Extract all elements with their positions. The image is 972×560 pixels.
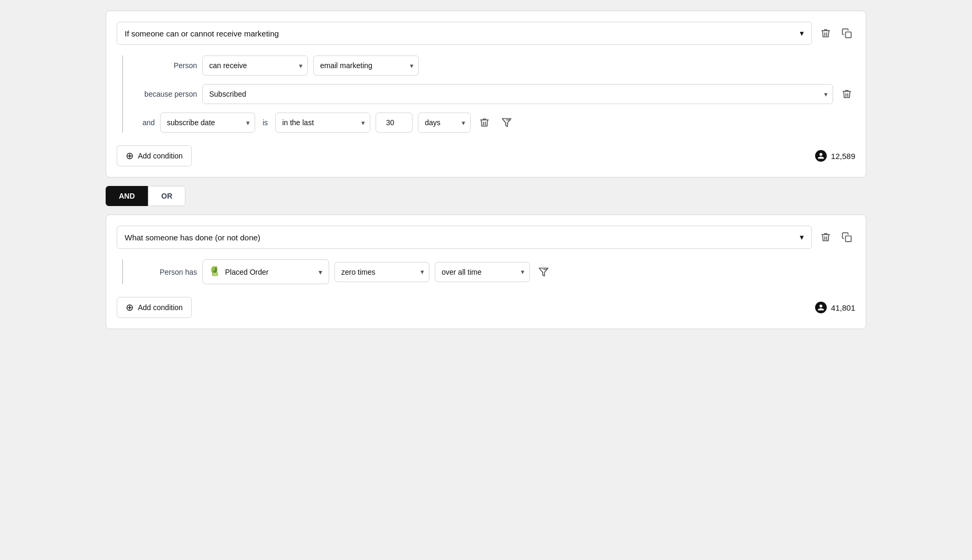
block2-header-dropdown[interactable]: What someone has done (or not done) ▾: [117, 226, 812, 249]
block2-add-condition-icon: ⊕: [126, 302, 134, 313]
block1-header-chevron: ▾: [800, 29, 804, 38]
block1-header: If someone can or cannot receive marketi…: [117, 22, 855, 45]
placed-order-chevron: ▾: [319, 268, 322, 276]
days-number-input[interactable]: [376, 113, 413, 133]
block1-add-condition-icon: ⊕: [126, 150, 134, 162]
svg-rect-3: [846, 236, 852, 242]
or-button[interactable]: OR: [148, 186, 185, 206]
block1-delete-button[interactable]: [817, 25, 834, 42]
block2-footer: ⊕ Add condition 41,801: [117, 297, 855, 318]
and-or-row: AND OR: [106, 186, 866, 206]
and-label: and: [134, 118, 155, 127]
block2-header: What someone has done (or not done) ▾: [117, 226, 855, 249]
block2-count: 41,801: [831, 303, 855, 312]
in-the-last-wrapper: in the last before after on ▾: [275, 113, 370, 133]
over-all-time-select[interactable]: over all time in the last before after: [435, 262, 530, 282]
marketing-condition-block: If someone can or cannot receive marketi…: [106, 11, 866, 178]
and-button[interactable]: AND: [106, 186, 148, 206]
subscribe-date-wrapper: subscribe date unsubscribe date ▾: [160, 113, 255, 133]
block1-copy-button[interactable]: [838, 25, 855, 42]
shopify-icon: [209, 265, 221, 278]
person-row: Person can receive cannot receive ▾ emai…: [134, 55, 855, 76]
zero-times-select[interactable]: zero times at least once exactly more th…: [334, 262, 429, 282]
person-label: Person: [134, 61, 197, 70]
because-person-row: because person Subscribed Unsubscribed N…: [134, 84, 855, 104]
block2-actions: [817, 229, 855, 246]
block2-header-label: What someone has done (or not done): [125, 233, 260, 242]
subscribed-select[interactable]: Subscribed Unsubscribed Never Subscribed: [202, 84, 833, 104]
block2-count-icon: [815, 302, 827, 313]
days-wrapper: days weeks months years ▾: [418, 113, 471, 133]
block2-count-display: 41,801: [815, 302, 855, 313]
block1-add-condition-button[interactable]: ⊕ Add condition: [117, 145, 192, 166]
and-row: and subscribe date unsubscribe date ▾ is…: [134, 113, 855, 133]
because-person-label: because person: [134, 90, 197, 98]
and-filter-button[interactable]: [498, 114, 515, 131]
email-marketing-wrapper: email marketing SMS marketing ▾: [313, 55, 419, 76]
svg-rect-0: [846, 32, 852, 38]
over-all-time-wrapper: over all time in the last before after ▾: [435, 262, 530, 282]
block1-header-dropdown[interactable]: If someone can or cannot receive marketi…: [117, 22, 812, 45]
placed-order-label: Placed Order: [225, 268, 268, 276]
block1-conditions: Person can receive cannot receive ▾ emai…: [122, 55, 855, 133]
because-delete-button[interactable]: [838, 86, 855, 102]
subscribe-date-select[interactable]: subscribe date unsubscribe date: [160, 113, 255, 133]
block1-count: 12,589: [831, 152, 855, 161]
person-has-label: Person has: [134, 268, 197, 276]
person-has-row: Person has Placed Order ▾: [134, 259, 855, 284]
block1-footer: ⊕ Add condition 12,589: [117, 145, 855, 166]
block1-count-icon: [815, 150, 827, 162]
block2-conditions: Person has Placed Order ▾: [122, 259, 855, 284]
block1-add-condition-label: Add condition: [138, 152, 183, 160]
block2-add-condition-button[interactable]: ⊕ Add condition: [117, 297, 192, 318]
block2-header-chevron: ▾: [800, 232, 804, 242]
person-has-filter-button[interactable]: [535, 264, 552, 281]
can-receive-wrapper: can receive cannot receive ▾: [202, 55, 308, 76]
block2-copy-button[interactable]: [838, 229, 855, 246]
done-condition-block: What someone has done (or not done) ▾: [106, 214, 866, 329]
zero-times-wrapper: zero times at least once exactly more th…: [334, 262, 429, 282]
in-the-last-select[interactable]: in the last before after on: [275, 113, 370, 133]
can-receive-select[interactable]: can receive cannot receive: [202, 55, 308, 76]
placed-order-wrapper[interactable]: Placed Order ▾: [202, 259, 329, 284]
is-label: is: [260, 118, 270, 127]
block1-actions: [817, 25, 855, 42]
block2-delete-button[interactable]: [817, 229, 834, 246]
block1-count-display: 12,589: [815, 150, 855, 162]
block2-add-condition-label: Add condition: [138, 303, 183, 312]
and-delete-button[interactable]: [476, 114, 493, 131]
email-marketing-select[interactable]: email marketing SMS marketing: [313, 55, 419, 76]
subscribed-wrapper: Subscribed Unsubscribed Never Subscribed…: [202, 84, 833, 104]
days-select[interactable]: days weeks months years: [418, 113, 471, 133]
svg-rect-4: [212, 273, 218, 276]
block1-header-label: If someone can or cannot receive marketi…: [125, 29, 279, 38]
